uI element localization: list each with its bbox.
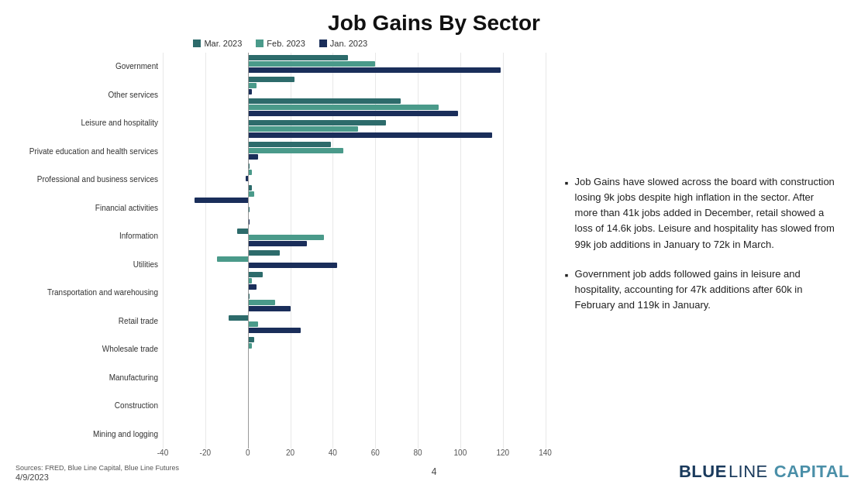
x-tick-label: 100 [454,448,467,457]
bar-feb [163,170,546,175]
bar-jan [163,349,546,355]
y-label: Information [16,232,158,241]
bar-fill [248,306,291,311]
y-label: Private education and health services [16,147,158,156]
bar-group [163,270,546,291]
logo-capital: CAPITAL [774,462,849,482]
bar-fill [248,77,294,82]
bar-jan [163,89,546,95]
legend-color-box [319,40,327,47]
bar-mar [163,142,546,147]
y-label: Manufacturing [16,373,158,383]
bar-jan [163,263,546,268]
bar-fill [195,198,248,203]
bar-jan [163,284,546,290]
bar-group [163,161,546,183]
x-tick-label: -20 [200,448,211,457]
bar-group [163,313,546,335]
bar-fill [248,278,252,284]
bar-fill [248,241,308,246]
bar-mar [163,229,546,234]
bar-feb [163,148,546,153]
y-label: Retail trade [16,317,158,326]
legend-color-box [193,40,201,47]
bar-mar [163,77,546,82]
bar-mar [163,120,546,125]
logo-blue: BLUE [679,462,727,482]
legend-item: Feb. 2023 [256,39,305,48]
bar-group [163,183,546,204]
bar-fill [246,176,248,181]
bar-fill [248,61,376,67]
bar-jan [163,176,546,181]
bar-jan [163,132,546,138]
bar-fill [248,250,280,256]
chart-body: GovernmentOther servicesLeisure and hosp… [16,53,546,448]
bar-fill [248,120,386,125]
bar-feb [163,105,546,110]
x-tick-label: 120 [496,448,509,457]
bars-container [163,53,546,356]
right-panel: Job Gains have slowed across the board w… [546,39,852,462]
bar-jan [163,241,546,246]
legend-item: Jan. 2023 [319,39,367,48]
bar-mar [163,250,546,256]
x-tick-label: 0 [246,448,250,457]
bar-feb [163,300,546,305]
bar-feb [163,126,546,132]
bar-jan [163,111,546,116]
bar-feb [163,256,546,262]
bar-fill [248,163,250,169]
bullet-list: Job Gains have slowed across the board w… [565,174,837,327]
x-tick-label: 40 [329,448,337,457]
bars-wrapper [163,53,546,448]
y-label: Wholesale trade [16,345,158,354]
bar-fill [248,294,250,299]
legend-color-box [256,40,264,47]
bar-feb [163,321,546,327]
bar-jan [163,328,546,333]
y-labels: GovernmentOther servicesLeisure and hosp… [16,53,163,448]
bar-mar [163,315,546,321]
bar-group [163,248,546,270]
bar-group [163,118,546,139]
footer-left: Sources: FRED, Blue Line Capital, Blue L… [16,464,179,482]
bar-fill [248,98,401,104]
bullet-item: Government job adds followed gains in le… [565,266,837,313]
y-label: Government [16,62,158,71]
bar-mar [163,55,546,60]
bar-feb [163,191,546,197]
y-label: Construction [16,401,158,411]
bar-fill [248,154,259,160]
bar-fill [248,111,458,116]
bar-feb [163,213,546,218]
legend-label: Jan. 2023 [330,39,367,48]
bar-fill [237,229,248,234]
x-tick-label: 140 [539,448,552,457]
bar-group [163,53,546,74]
bar-feb [163,61,546,67]
bar-fill [248,185,252,191]
y-label: Mining and logging [16,430,158,439]
x-tick-label: -40 [157,448,168,457]
content-row: Mar. 2023Feb. 2023Jan. 2023 GovernmentOt… [16,39,852,462]
bar-feb [163,278,546,284]
page-number: 4 [432,466,437,477]
x-axis: -40-20020406080100120140 [163,448,546,462]
legend-label: Feb. 2023 [267,39,305,48]
bar-group [163,335,546,356]
logo-area: BLUE LINE CAPITAL [679,462,849,482]
bar-mar [163,207,546,212]
bar-fill [248,126,359,132]
legend-item: Mar. 2023 [193,39,242,48]
logo-line: LINE [728,462,768,482]
bar-jan [163,67,546,73]
bar-fill [248,207,250,212]
x-tick-label: 60 [371,448,380,457]
legend: Mar. 2023Feb. 2023Jan. 2023 [16,39,546,48]
bar-mar [163,337,546,342]
bar-fill [248,148,343,153]
bar-fill [248,83,257,88]
bar-group [163,204,546,226]
y-label: Other services [16,91,158,100]
